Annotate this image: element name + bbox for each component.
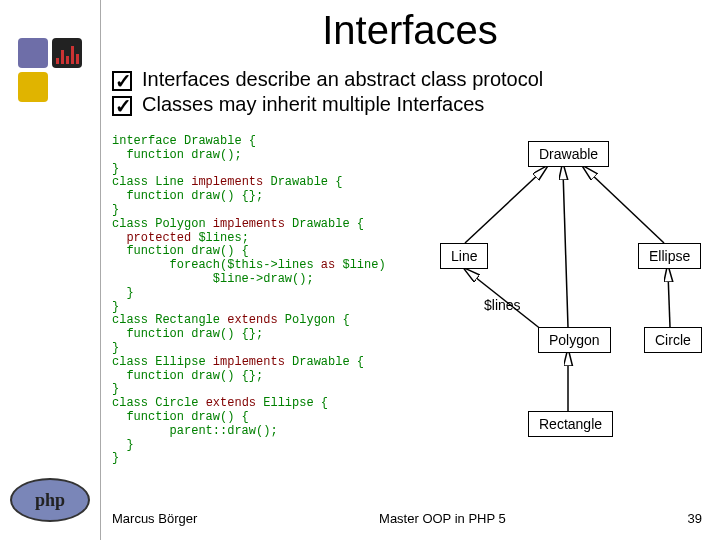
- slide: php Interfaces Interfaces describe an ab…: [0, 0, 720, 540]
- check-icon: [112, 96, 132, 116]
- footer-center: Master OOP in PHP 5: [379, 511, 506, 526]
- logo-square-chart-icon: [52, 38, 82, 68]
- logo-grid-icon: [18, 38, 82, 102]
- bullet-item: Classes may inherit multiple Interfaces: [112, 93, 702, 116]
- bullet-text: Classes may inherit multiple Interfaces: [142, 93, 484, 116]
- diagram-box-circle: Circle: [644, 327, 702, 353]
- diagram-box-ellipse: Ellipse: [638, 243, 701, 269]
- bullet-text: Interfaces describe an abstract class pr…: [142, 68, 543, 91]
- footer-author: Marcus Börger: [112, 511, 197, 526]
- logo-square: [18, 72, 48, 102]
- logo-square: [18, 38, 48, 68]
- sidebar: php: [0, 0, 100, 540]
- bullet-item: Interfaces describe an abstract class pr…: [112, 68, 702, 91]
- class-diagram: Drawable Line Ellipse Polygon Circle Rec…: [420, 135, 710, 465]
- bullet-list: Interfaces describe an abstract class pr…: [112, 68, 702, 118]
- code-block: interface Drawable { function draw(); } …: [112, 135, 386, 466]
- diagram-box-drawable: Drawable: [528, 141, 609, 167]
- svg-line-3: [668, 273, 670, 327]
- footer: Marcus Börger Master OOP in PHP 5 39: [112, 511, 702, 526]
- diagram-box-rectangle: Rectangle: [528, 411, 613, 437]
- footer-page-number: 39: [688, 511, 702, 526]
- diagram-label-lines: $lines: [484, 297, 521, 313]
- divider: [100, 0, 101, 540]
- php-logo-icon: php: [10, 478, 90, 522]
- slide-title: Interfaces: [120, 8, 700, 53]
- check-icon: [112, 71, 132, 91]
- svg-line-0: [465, 171, 542, 243]
- svg-line-2: [588, 171, 664, 243]
- svg-line-1: [563, 171, 568, 327]
- diagram-box-line: Line: [440, 243, 488, 269]
- logo-square: [52, 72, 82, 102]
- diagram-box-polygon: Polygon: [538, 327, 611, 353]
